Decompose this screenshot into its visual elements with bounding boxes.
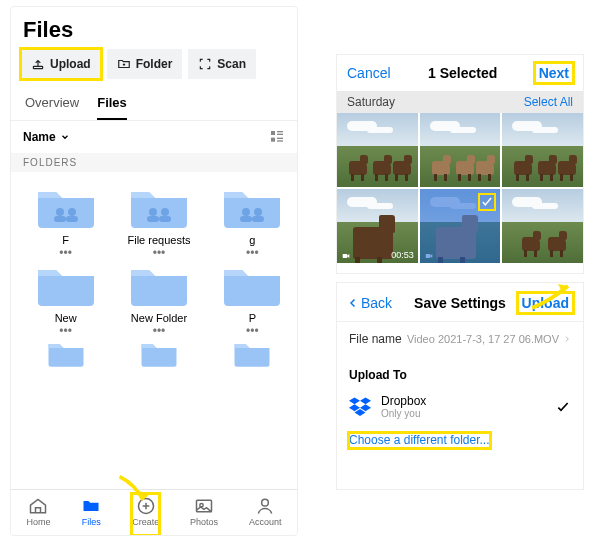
folder-name: P: [249, 312, 256, 324]
folder-item[interactable]: F•••: [21, 182, 110, 256]
file-name-label: File name: [349, 332, 402, 346]
section-header-folders: FOLDERS: [11, 153, 297, 172]
svg-point-7: [56, 208, 64, 216]
folder-name: g: [249, 234, 255, 246]
folder-item[interactable]: New•••: [21, 260, 110, 334]
picker-subheader: Saturday Select All: [337, 91, 583, 113]
picker-date-label: Saturday: [347, 95, 395, 109]
folder-item[interactable]: [114, 338, 203, 368]
svg-rect-5: [277, 138, 283, 139]
folder-item[interactable]: File requests•••: [114, 182, 203, 256]
svg-rect-0: [33, 66, 42, 68]
svg-rect-12: [147, 216, 159, 222]
new-folder-button[interactable]: Folder: [107, 49, 183, 79]
account-icon: [255, 496, 275, 516]
nav-files-label: Files: [82, 517, 101, 527]
checkmark-icon: [555, 399, 571, 415]
nav-create-label: Create: [132, 517, 159, 527]
upload-button[interactable]: Upload: [21, 49, 101, 79]
new-folder-button-label: Folder: [136, 57, 173, 71]
svg-point-11: [149, 208, 157, 216]
photo-thumbnail[interactable]: [502, 113, 583, 187]
tab-overview[interactable]: Overview: [25, 89, 79, 120]
svg-rect-8: [54, 216, 66, 222]
svg-rect-24: [425, 254, 430, 258]
folder-item[interactable]: [208, 338, 297, 368]
nav-home-label: Home: [26, 517, 50, 527]
folder-item[interactable]: [21, 338, 110, 368]
destination-row[interactable]: Dropbox Only you: [337, 388, 583, 427]
nav-photos[interactable]: Photos: [190, 494, 218, 535]
folder-menu-icon[interactable]: •••: [59, 328, 72, 334]
folder-menu-icon[interactable]: •••: [59, 250, 72, 256]
photo-thumbnail[interactable]: [420, 189, 501, 263]
bottom-nav: Home Files Create Photos Account: [11, 489, 297, 535]
back-button[interactable]: Back: [347, 295, 392, 311]
svg-point-9: [68, 208, 76, 216]
folder-name: New: [55, 312, 77, 324]
file-name-value: Video 2021-7-3, 17 27 06.MOV: [407, 333, 559, 345]
photo-thumbnail[interactable]: [502, 189, 583, 263]
nav-home[interactable]: Home: [26, 494, 50, 535]
svg-point-17: [254, 208, 262, 216]
file-name-row[interactable]: File name Video 2021-7-3, 17 27 06.MOV: [337, 321, 583, 356]
page-title: Files: [11, 7, 297, 49]
nav-create[interactable]: Create: [132, 494, 159, 535]
folder-name: F: [62, 234, 69, 246]
chevron-right-icon: [563, 334, 571, 344]
files-app-screen: Files Upload Folder Scan Overview Files …: [10, 6, 298, 536]
nav-account[interactable]: Account: [249, 494, 282, 535]
photo-icon: [194, 496, 214, 516]
folder-menu-icon[interactable]: •••: [246, 328, 259, 334]
chevron-left-icon: [347, 296, 359, 310]
destination-sub: Only you: [381, 408, 426, 419]
folder-menu-icon[interactable]: •••: [153, 328, 166, 334]
sort-bar[interactable]: Name: [11, 121, 297, 153]
tab-files[interactable]: Files: [97, 89, 127, 120]
video-indicator-icon: [424, 252, 434, 260]
photo-thumbnail[interactable]: [420, 113, 501, 187]
sort-label: Name: [23, 130, 56, 144]
choose-folder-link[interactable]: Choose a different folder...: [349, 433, 490, 448]
dropbox-icon: [349, 397, 371, 417]
folder-name: File requests: [128, 234, 191, 246]
svg-point-15: [242, 208, 250, 216]
svg-rect-4: [271, 138, 275, 142]
svg-rect-1: [271, 131, 275, 135]
upload-confirm-button[interactable]: Upload: [518, 293, 573, 313]
view-tabs: Overview Files: [11, 89, 297, 121]
upload-to-label: Upload To: [337, 356, 583, 388]
nav-photos-label: Photos: [190, 517, 218, 527]
svg-rect-23: [343, 254, 348, 258]
scan-button-label: Scan: [217, 57, 246, 71]
svg-point-13: [161, 208, 169, 216]
cancel-button[interactable]: Cancel: [347, 65, 391, 81]
svg-rect-16: [240, 216, 252, 222]
photo-thumbnail[interactable]: 00:53: [337, 189, 418, 263]
video-indicator-icon: [341, 252, 351, 260]
svg-rect-6: [277, 140, 283, 141]
select-all-button[interactable]: Select All: [524, 95, 573, 109]
action-row: Upload Folder Scan: [11, 49, 297, 89]
folder-menu-icon[interactable]: •••: [153, 250, 166, 256]
photo-picker-screen: Cancel 1 Selected Next Saturday Select A…: [336, 54, 584, 274]
view-toggle-icon[interactable]: [269, 129, 285, 145]
nav-files[interactable]: Files: [81, 494, 101, 535]
photo-thumbnail[interactable]: [337, 113, 418, 187]
folder-item[interactable]: P•••: [208, 260, 297, 334]
destination-name: Dropbox: [381, 394, 426, 408]
svg-rect-10: [66, 216, 78, 222]
svg-rect-3: [277, 134, 283, 135]
scan-button[interactable]: Scan: [188, 49, 256, 79]
folder-grid: F•••File requests•••g•••New•••New Folder…: [11, 172, 298, 368]
plus-circle-icon: [136, 496, 156, 516]
scan-icon: [198, 57, 212, 71]
folder-item[interactable]: g•••: [208, 182, 297, 256]
next-button[interactable]: Next: [535, 63, 573, 83]
svg-rect-14: [159, 216, 171, 222]
folder-item[interactable]: New Folder•••: [114, 260, 203, 334]
picker-top-bar: Cancel 1 Selected Next: [337, 55, 583, 91]
selected-checkmark-icon: [478, 193, 496, 211]
nav-account-label: Account: [249, 517, 282, 527]
folder-menu-icon[interactable]: •••: [246, 250, 259, 256]
